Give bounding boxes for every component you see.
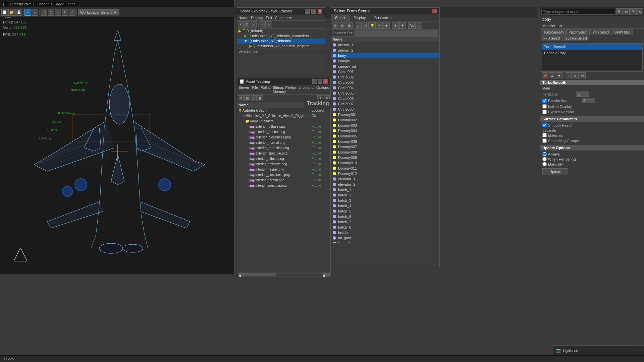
rp-smoothing-checkbox[interactable] xyxy=(542,138,547,143)
at-row-ext-specular[interactable]: pngexterior_specular.png Found xyxy=(237,151,330,156)
rp-poly-select-btn[interactable]: Poly Select xyxy=(590,29,611,35)
at-hscroll-right[interactable]: ▶ xyxy=(323,273,330,277)
sp-row-hatch6[interactable]: hatch_6 xyxy=(331,214,439,219)
se-tb-x-btn[interactable]: ✕ xyxy=(238,21,244,27)
sp-row-circle002[interactable]: Circle002 xyxy=(331,74,439,80)
sp-row-circle008[interactable]: Circle008 xyxy=(331,107,439,112)
sp-row-circle005[interactable]: Circle005 xyxy=(331,90,439,96)
sp-row-hatch5[interactable]: hatch_5 xyxy=(331,208,439,214)
at-row-maps-folder[interactable]: 📁 Maps / Shaders xyxy=(237,119,330,124)
sp-row-elevator2[interactable]: elevator_2 xyxy=(331,182,439,187)
sp-row-canopy-int[interactable]: canopy_int xyxy=(331,64,439,69)
at-hscroll-track[interactable] xyxy=(245,273,323,277)
scene-tree-helpers[interactable]: ▶ ⬡ mitsubishi_x2_shinshin_helpers xyxy=(237,44,325,49)
sp-row-dummy010[interactable]: Dummy010 xyxy=(331,160,439,166)
rp-surface-rollout-header[interactable]: Surface Parameters xyxy=(540,116,644,122)
sp-tb-helper[interactable]: ⊕ xyxy=(383,22,390,29)
sp-row-dummy012[interactable]: Dummy012 xyxy=(331,171,439,176)
sp-row-inside[interactable]: inside xyxy=(331,230,439,235)
se-tb-layer-btn[interactable]: ≡ xyxy=(260,21,266,27)
sp-tab-customize[interactable]: Customize xyxy=(370,14,396,21)
move-btn[interactable]: ✛ xyxy=(55,9,61,16)
sp-row-aileron1[interactable]: aileron_1 xyxy=(331,42,439,48)
at-row-ext-normal[interactable]: pngexterior_normal.png Found xyxy=(237,140,330,145)
sp-row-hatch7[interactable]: hatch_7 xyxy=(331,219,439,225)
rp-ffd-select-btn[interactable]: FFD Select xyxy=(541,36,562,41)
rp-add-btn[interactable]: + xyxy=(565,72,572,79)
se-menu-edit[interactable]: Edit xyxy=(266,16,272,20)
sp-tb-hide[interactable]: 👁 xyxy=(399,22,406,29)
sp-close-btn[interactable]: ✕ xyxy=(432,9,437,13)
sp-tb-invert[interactable]: ⊠ xyxy=(346,22,353,29)
rp-move-down-btn[interactable]: ▼ xyxy=(556,72,562,79)
scale-btn[interactable]: ⤢ xyxy=(69,9,75,16)
at-maximize-btn[interactable]: □ xyxy=(318,79,322,84)
sp-row-dummy004[interactable]: Dummy004 xyxy=(331,128,439,133)
lightshot-arrow[interactable]: → xyxy=(638,349,641,353)
sp-row-dummy002[interactable]: Dummy002 xyxy=(331,117,439,123)
rp-isoline-checkbox[interactable] xyxy=(542,104,547,109)
rp-turbosm-btn[interactable]: TurboSmooth xyxy=(541,29,566,35)
rp-modifier-editable-poly[interactable]: Editable Poly xyxy=(542,50,642,56)
se-maximize-btn[interactable]: □ xyxy=(311,9,316,14)
rp-render-iters-input[interactable] xyxy=(582,98,595,103)
sp-row-body[interactable]: body xyxy=(331,53,439,58)
scene-tree-main[interactable]: ▼ ⬡ mitsubishi_x2_shinshin xyxy=(237,39,325,44)
at-menu-paths[interactable]: Paths xyxy=(261,85,270,94)
sp-row-aileron2[interactable]: aileron_2 xyxy=(331,48,439,53)
viewport[interactable]: [ + ] [ Perspective ] [ Shaded + Edged F… xyxy=(0,0,235,275)
sp-row-dummy005[interactable]: Dummy005 xyxy=(331,133,439,139)
scene-tree-controllers[interactable]: ▶ ⬡ mitsubishi_x2_shinshin_controllers xyxy=(237,34,325,39)
sp-row-circle006[interactable]: Circle006 xyxy=(331,96,439,101)
sp-tb-search[interactable]: ⌕ xyxy=(415,22,422,29)
at-menu-file[interactable]: File xyxy=(252,85,258,94)
at-hscroll[interactable]: ◀ ▶ xyxy=(237,272,330,277)
sp-row-hatch3[interactable]: hatch_3 xyxy=(331,198,439,203)
rp-delete-btn[interactable]: ✕ xyxy=(572,72,579,79)
rp-configure-btn[interactable]: ⚙ xyxy=(579,72,586,79)
sp-row-dummy006[interactable]: Dummy006 xyxy=(331,139,439,144)
lightshot-bar[interactable]: 📷 Lightshot → xyxy=(553,345,644,355)
open-btn[interactable]: 📂 xyxy=(8,9,15,16)
at-hscroll-left[interactable]: ◀ xyxy=(238,273,245,277)
se-tb-sort-btn[interactable]: ↕ xyxy=(251,21,257,27)
at-tb-btn1[interactable]: ⊡ xyxy=(238,95,244,101)
sp-row-circle007[interactable]: Circle007 xyxy=(331,101,439,107)
rp-smooth-result-checkbox[interactable] xyxy=(542,123,547,127)
rp-iterations-input[interactable] xyxy=(576,92,589,97)
rp-turbosm-rollout-header[interactable]: TurboSmooth xyxy=(540,80,644,85)
at-menu-server[interactable]: Server xyxy=(238,85,249,94)
rp-pin-btn[interactable]: 📌 xyxy=(542,72,548,79)
at-row-maxfile[interactable]: 🗋 Mitsubishi_X2_Shinshin_Aircraft_Rigged… xyxy=(237,113,330,119)
se-menu-name[interactable]: Name xyxy=(238,16,248,20)
at-row-ext-glossiness[interactable]: pngexterior_glossiness.png Found xyxy=(237,135,330,140)
sp-tb-case[interactable]: Aa xyxy=(408,22,415,29)
at-row-int-diffuse[interactable]: pnginterior_diffuse.png Found xyxy=(237,156,330,162)
save-btn[interactable]: 💾 xyxy=(15,9,22,16)
at-hscroll-thumb[interactable] xyxy=(245,274,276,276)
at-minimize-btn[interactable]: _ xyxy=(312,79,317,84)
sp-search-input[interactable] xyxy=(355,31,438,36)
sp-tb-camera[interactable]: 📷 xyxy=(376,22,383,29)
select-region-btn[interactable]: ⊡ xyxy=(48,9,54,16)
sp-row-hatch8[interactable]: hatch_8 xyxy=(331,225,439,230)
sp-row-dummy003[interactable]: Dummy003 xyxy=(331,123,439,128)
at-menu-options[interactable]: Options xyxy=(316,85,329,94)
rp-update-rollout-header[interactable]: Update Options xyxy=(540,145,644,150)
undo-btn[interactable]: ↩ xyxy=(24,9,31,16)
rp-settings-btn[interactable]: ⚙ xyxy=(623,8,630,15)
sp-row-lever1[interactable]: lever_1 xyxy=(331,241,439,243)
rp-patch-select-btn[interactable]: Patch Select xyxy=(566,29,590,35)
at-row-ext-fresnel[interactable]: pngexterior_fresnel.png Found xyxy=(237,129,330,135)
sp-row-hatch4[interactable]: hatch_4 xyxy=(331,203,439,208)
at-table-scroll[interactable]: ⚙ Autodesk Vault Logged 🗋 Mitsubishi_X2_… xyxy=(237,108,330,272)
rp-modifier-turbosm[interactable]: TurboSmooth xyxy=(542,44,642,50)
rp-always-radio[interactable] xyxy=(542,152,547,156)
at-row-int-emissive[interactable]: pnginterior_emissive.png Found xyxy=(237,162,330,167)
rp-surface-select-btn[interactable]: Surface Select xyxy=(563,36,589,41)
sp-row-circle001[interactable]: Circle001 xyxy=(331,69,439,74)
rotate-btn[interactable]: ↻ xyxy=(62,9,68,16)
se-menu-customize[interactable]: Customize xyxy=(275,16,292,20)
sp-row-hatch2[interactable]: hatch_2 xyxy=(331,192,439,198)
sp-tab-select[interactable]: Select xyxy=(331,14,350,21)
